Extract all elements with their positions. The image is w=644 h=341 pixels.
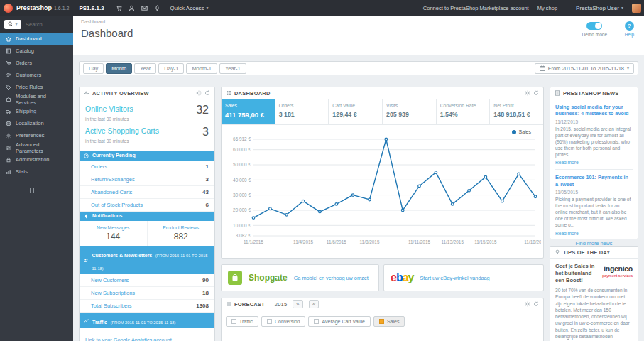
sidebar-item-stats[interactable]: Stats <box>0 166 73 178</box>
notifications-cells: New Messages 144 Product Reviews 882 <box>80 221 214 246</box>
sidebar-item-orders[interactable]: Orders <box>0 57 73 69</box>
ebay-ad[interactable]: ebay Start uw eBay-winkel vandaag <box>383 264 544 291</box>
new-messages-cell[interactable]: New Messages 144 <box>80 221 147 246</box>
range-day-1-button[interactable]: Day-1 <box>158 63 184 74</box>
kpi-cart-value[interactable]: Cart Value 129,44 € <box>329 99 383 124</box>
tips-of-the-day-panel: TIPS OF THE DAY Geef je Sales in het bui… <box>550 246 638 341</box>
list-icon <box>226 301 231 307</box>
forecast-prev-button[interactable]: « <box>293 300 302 308</box>
svg-text:11/1/2015: 11/1/2015 <box>244 239 263 244</box>
help-label: Help <box>625 32 634 37</box>
refresh-icon[interactable] <box>204 90 210 96</box>
sidebar-collapse-button[interactable] <box>30 188 73 193</box>
my-shop-link[interactable]: My shop <box>537 5 557 11</box>
shopgate-ad-link[interactable]: Ga mobiel en verhoog uw omzet <box>294 275 369 281</box>
forecast-panel: FORECAST 2015 « » Traffic Conversion Ave… <box>221 298 544 341</box>
refresh-icon[interactable] <box>533 90 539 96</box>
marketplace-connect-link[interactable]: Connect to PrestaShop Marketplace accoun… <box>423 5 529 11</box>
sidebar-item-customers[interactable]: Customers <box>0 69 73 81</box>
sidebar-item-advanced-parameters[interactable]: Advanced Parameters <box>0 141 73 153</box>
product-reviews-cell[interactable]: Product Reviews 882 <box>147 221 215 246</box>
kpi-orders[interactable]: Orders 3 181 <box>275 99 329 124</box>
user-menu[interactable]: PrestaShop User ▾ <box>576 5 623 11</box>
abandoned-carts-link[interactable]: Abandoned Carts <box>91 189 132 195</box>
help-button[interactable]: ? Help <box>625 21 634 37</box>
dashboard-grid-icon <box>226 90 231 96</box>
orders-notification-icon[interactable] <box>116 5 122 11</box>
sidebar-item-preferences[interactable]: Preferences <box>0 129 73 141</box>
new-subscriptions-link[interactable]: New Subscriptions <box>91 290 135 296</box>
svg-text:66 912 €: 66 912 € <box>233 136 251 141</box>
forecast-toggle-traffic[interactable]: Traffic <box>226 316 258 327</box>
sidebar-item-modules[interactable]: Modules and Services <box>0 93 73 105</box>
search-type-dropdown[interactable]: ▾ <box>4 20 21 29</box>
sidebar-item-dashboard[interactable]: Dashboard <box>0 33 73 45</box>
ebay-ad-link[interactable]: Start uw eBay-winkel vandaag <box>420 275 490 281</box>
range-year-button[interactable]: Year <box>134 63 156 74</box>
quick-access-menu[interactable]: Quick Access ▾ <box>170 5 209 11</box>
new-customers-link[interactable]: New Customers <box>91 277 129 283</box>
news-article-title[interactable]: Ecommerce 101: Payments in a Tweet <box>555 174 633 188</box>
sidebar-item-catalog[interactable]: Catalog <box>0 45 73 57</box>
shop-name-link[interactable]: PS1.6.1.2 <box>79 5 104 11</box>
conversion-checkbox-icon <box>267 319 272 324</box>
range-month-button[interactable]: Month <box>106 63 132 74</box>
activity-pulse-icon <box>84 90 89 96</box>
kpi-conversion-rate[interactable]: Conversion Rate 1.54% <box>437 99 491 124</box>
sidebar-item-label: Administration <box>16 156 50 163</box>
forecast-year-label[interactable]: 2015 <box>275 301 288 308</box>
rocket-icon[interactable] <box>154 5 160 11</box>
read-more-link[interactable]: Read more <box>555 160 633 165</box>
customers-notification-icon[interactable] <box>129 5 135 11</box>
shopgate-ad[interactable]: Shopgate Ga mobiel en verhoog uw omzet <box>221 264 379 291</box>
search-input[interactable] <box>24 21 64 28</box>
gear-icon[interactable] <box>525 90 530 96</box>
pending-section-header: Currently Pending <box>80 151 214 161</box>
sidebar-item-shipping[interactable]: Shipping <box>0 105 73 117</box>
total-subscribers-link[interactable]: Total Subscribers <box>91 303 132 309</box>
kpi-net-profit[interactable]: Net Profit 148 918,51 € <box>490 99 543 124</box>
forecast-toggle-sales[interactable]: Sales <box>373 316 405 327</box>
sidebar-item-price-rules[interactable]: Price Rules <box>0 81 73 93</box>
demo-mode-toggle[interactable] <box>586 22 602 30</box>
forecast-toggle-average-cart-value[interactable]: Average Cart Value <box>308 316 370 327</box>
google-analytics-link[interactable]: Link to your Google Analytics account <box>85 337 172 341</box>
sidebar-item-administration[interactable]: Administration <box>0 153 73 166</box>
users-icon <box>6 72 11 78</box>
read-more-link[interactable]: Read more <box>555 231 633 236</box>
lock-icon <box>6 157 11 163</box>
traffic-analytics-row: Link to your Google Analytics account <box>80 328 214 341</box>
kpi-visits[interactable]: Visits 205 939 <box>383 99 437 124</box>
version-label: 1.6.1.2 <box>54 6 69 11</box>
customers-section-header: Customers & Newsletters (FROM 2015-11-01… <box>80 246 214 274</box>
range-month-1-button[interactable]: Month-1 <box>186 63 217 74</box>
gear-icon[interactable] <box>525 301 530 307</box>
sidebar-item-label: Preferences <box>16 132 44 139</box>
news-article-title[interactable]: Using social media for your business: 4 … <box>555 104 633 117</box>
forecast-toggle-conversion[interactable]: Conversion <box>261 316 305 327</box>
sidebar-item-label: Customers <box>16 72 41 78</box>
orders-link[interactable]: Orders <box>91 163 107 170</box>
kpi-value: 129,44 € <box>332 111 378 118</box>
refresh-icon[interactable] <box>533 301 539 307</box>
messages-notification-icon[interactable] <box>141 5 148 11</box>
kpi-value: 205 939 <box>386 111 432 118</box>
forecast-next-button[interactable]: » <box>309 300 319 308</box>
gear-icon[interactable] <box>196 90 202 96</box>
user-avatar[interactable] <box>632 4 641 13</box>
dashboard-panel: DASHBOARD Sales 411 759,00 € Orders 3 18… <box>221 87 544 259</box>
kpi-sales[interactable]: Sales 411 759,00 € <box>222 99 275 124</box>
online-visitors-link[interactable]: Online Visitors <box>85 104 133 113</box>
prestashop-logo-icon[interactable] <box>4 4 13 13</box>
range-day-button[interactable]: Day <box>83 63 104 74</box>
returns-link[interactable]: Return/Exchanges <box>91 176 135 183</box>
pending-row-returns: Return/Exchanges 3 <box>80 173 214 186</box>
puzzle-icon <box>6 97 11 102</box>
out-of-stock-link[interactable]: Out of Stock Products <box>91 202 143 208</box>
chart-legend[interactable]: Sales <box>512 129 531 134</box>
active-carts-link[interactable]: Active Shopping Carts <box>85 126 159 135</box>
range-year-1-button[interactable]: Year-1 <box>219 63 246 74</box>
svg-text:50 000 €: 50 000 € <box>233 162 251 167</box>
sidebar-item-localization[interactable]: Localization <box>0 117 73 129</box>
date-range-picker[interactable]: From 2015-11-01 To 2015-11-18 ▾ <box>535 63 634 74</box>
